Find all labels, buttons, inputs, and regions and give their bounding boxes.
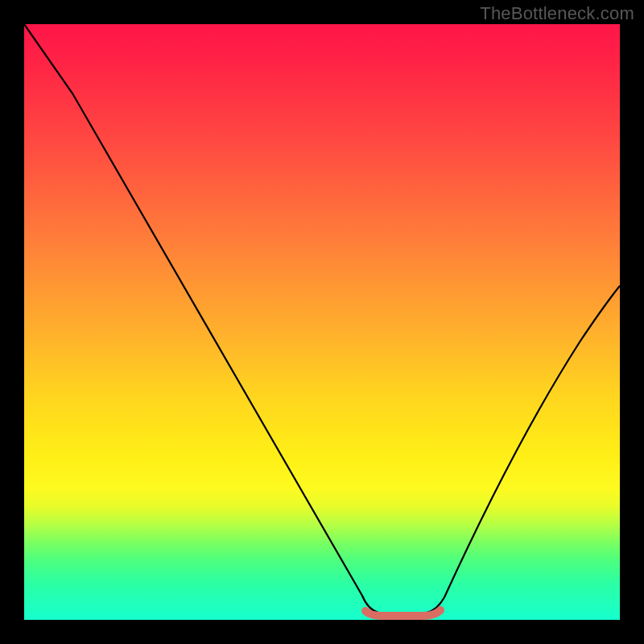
chart-frame: TheBottleneck.com <box>0 0 644 644</box>
bottleneck-curve <box>24 24 620 613</box>
plot-area <box>24 24 620 620</box>
curve-svg <box>24 24 620 620</box>
watermark-text: TheBottleneck.com <box>480 3 634 24</box>
